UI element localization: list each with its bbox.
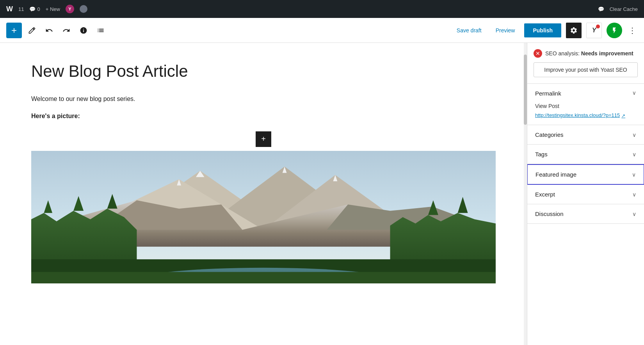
pen-icon [28,27,36,34]
lightning-icon [611,27,618,34]
permalink-content: View Post http://testingsitex.kinsta.clo… [527,103,644,125]
list-icon [97,27,105,34]
performance-button[interactable] [607,23,622,38]
permalink-panel-header[interactable]: Permalink ∧ [527,84,644,103]
scrollbar-track[interactable] [524,43,527,345]
new-button[interactable]: + New [46,6,60,12]
comment-icon: 💬 [29,6,36,12]
settings-icon [570,27,578,34]
yoast-status-dot [596,25,600,28]
tags-chevron-icon: ∨ [632,151,636,157]
featured-image-title: Featured image [535,171,576,178]
seo-status: ✕ SEO analysis: Needs improvement [534,49,638,58]
seo-bad-icon: ✕ [534,49,542,58]
pen-tool-button[interactable] [25,23,39,37]
categories-panel-header[interactable]: Categories ∨ [527,125,644,144]
permalink-panel: Permalink ∧ View Post http://testingsite… [527,84,644,125]
wp-logo: W [6,5,13,13]
discussion-panel: Discussion ∨ [527,204,644,224]
more-options-button[interactable]: ⋮ [627,24,638,37]
tags-title: Tags [535,151,548,157]
clear-cache-label[interactable]: Clear Cache [610,6,638,12]
admin-bar-right: 💬 Clear Cache [598,6,638,12]
publish-button[interactable]: Publish [524,23,561,37]
excerpt-panel-header[interactable]: Excerpt ∨ [527,185,644,204]
undo-button[interactable] [42,23,56,37]
chat-icon: 💬 [598,6,604,12]
excerpt-panel: Excerpt ∨ [527,185,644,204]
toolbar-right: Save draft Preview Publish Y ⋮ [452,23,638,38]
featured-image-panel-header[interactable]: Featured image ∨ [528,165,644,184]
improve-yoast-button[interactable]: Improve your post with Yoast SEO [534,62,638,77]
permalink-title: Permalink [535,90,561,97]
info-icon [80,27,87,34]
seo-prefix: SEO analysis: [545,50,580,57]
paragraph-1[interactable]: Welcome to our new blog post series. [31,94,496,104]
discussion-panel-header[interactable]: Discussion ∨ [527,204,644,223]
seo-label: SEO analysis: Needs improvement [545,50,633,57]
tags-panel: Tags ∨ [527,145,644,164]
view-post-label: View Post [535,103,636,109]
permalink-chevron-icon: ∧ [632,90,636,97]
featured-image-panel: Featured image ∨ [527,164,644,185]
editor-toolbar: + Save draft Preview [0,18,644,43]
admin-bar: W 11 💬 0 + New Y 💬 Clear Cache [0,0,644,18]
admin-bar-left: W 11 💬 0 + New Y [6,5,592,13]
yoast-y-label: Y [592,27,596,34]
inline-block-inserter[interactable]: + [256,131,271,147]
admin-post-count: 11 [18,6,24,12]
sidebar: ✕ SEO analysis: Needs improvement Improv… [527,43,644,345]
discussion-chevron-icon: ∨ [632,211,636,217]
add-block-button[interactable]: + [6,23,22,38]
post-title[interactable]: New Blog Post Article [31,62,496,81]
excerpt-chevron-icon: ∨ [632,191,636,198]
mountain-image [31,151,496,283]
preview-button[interactable]: Preview [491,24,520,37]
categories-title: Categories [535,131,564,138]
redo-icon [62,27,70,34]
paragraph-2[interactable]: Here's a picture: [31,111,496,121]
permalink-url-text: http://testingsitex.kinsta.cloud/?p=115 [535,112,620,118]
tags-panel-header[interactable]: Tags ∨ [527,145,644,164]
featured-image-chevron-icon: ∨ [632,172,636,178]
redo-button[interactable] [59,23,73,37]
categories-chevron-icon: ∨ [632,132,636,138]
seo-section: ✕ SEO analysis: Needs improvement Improv… [527,43,644,84]
svg-rect-22 [31,272,496,283]
editor-area[interactable]: New Blog Post Article Welcome to our new… [0,43,527,345]
image-block[interactable] [31,151,496,283]
yoast-toolbar-button[interactable]: Y [586,23,602,38]
settings-button[interactable] [566,23,582,38]
categories-panel: Categories ∨ [527,125,644,145]
info-button[interactable] [76,23,91,37]
permalink-url[interactable]: http://testingsitex.kinsta.cloud/?p=115 … [535,112,636,119]
block-inserter-area: + [31,127,496,151]
toolbar-left: + [6,23,449,38]
comment-bubble: 💬 0 [29,6,40,12]
post-content: Welcome to our new blog post series. Her… [31,94,496,121]
save-draft-button[interactable]: Save draft [452,24,486,37]
scrollbar-thumb[interactable] [524,55,527,125]
external-link-icon: ↗ [621,113,625,119]
discussion-title: Discussion [535,211,564,217]
yoast-admin-icon: Y [66,5,74,13]
seo-value: Needs improvement [581,50,633,57]
comment-count: 0 [37,6,40,12]
list-view-button[interactable] [94,23,108,37]
circle-icon [80,5,87,13]
excerpt-title: Excerpt [535,191,555,198]
main-layout: New Blog Post Article Welcome to our new… [0,43,644,345]
undo-icon [45,27,53,34]
